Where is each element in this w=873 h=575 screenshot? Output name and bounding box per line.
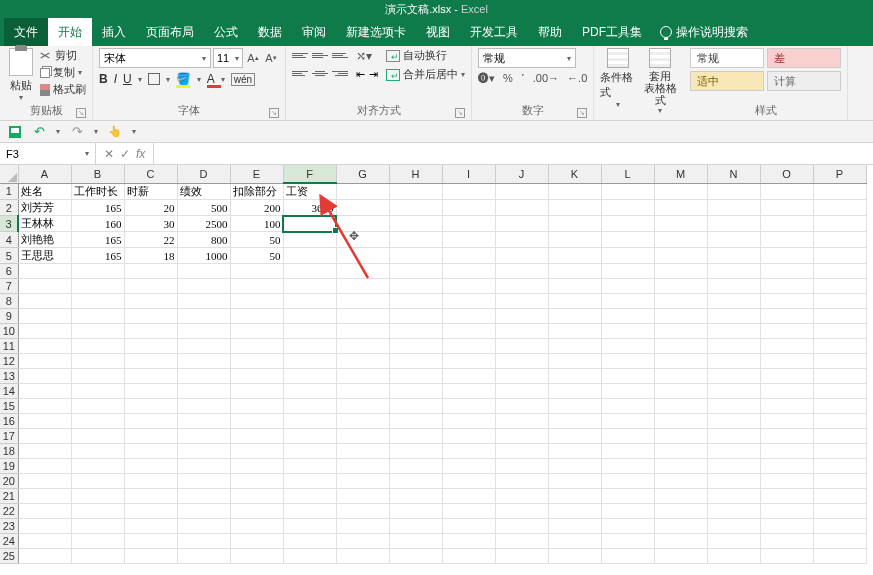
cell[interactable] <box>601 534 654 549</box>
cell[interactable] <box>71 534 124 549</box>
cell[interactable] <box>654 384 707 399</box>
cell[interactable] <box>124 414 177 429</box>
cell[interactable] <box>389 519 442 534</box>
cell[interactable] <box>813 216 866 232</box>
align-center-button[interactable] <box>312 66 328 80</box>
cell[interactable] <box>18 549 71 564</box>
cell[interactable] <box>760 384 813 399</box>
row-header[interactable]: 11 <box>0 339 18 354</box>
cell[interactable] <box>389 369 442 384</box>
cell[interactable] <box>601 474 654 489</box>
dialog-launcher-icon[interactable]: ↘ <box>455 108 465 118</box>
column-header[interactable]: E <box>230 165 283 183</box>
cell[interactable] <box>230 429 283 444</box>
cell[interactable] <box>495 279 548 294</box>
cell[interactable] <box>760 414 813 429</box>
cell[interactable] <box>548 309 601 324</box>
cell[interactable] <box>813 200 866 216</box>
cell[interactable] <box>813 534 866 549</box>
cell[interactable] <box>230 324 283 339</box>
cell[interactable] <box>707 232 760 248</box>
cell[interactable] <box>707 384 760 399</box>
row-header[interactable]: 17 <box>0 429 18 444</box>
cell[interactable] <box>760 294 813 309</box>
cell[interactable]: 姓名 <box>18 183 71 200</box>
cell[interactable] <box>442 264 495 279</box>
cell[interactable] <box>654 248 707 264</box>
cell[interactable]: 50 <box>230 248 283 264</box>
cell[interactable] <box>18 459 71 474</box>
cell[interactable] <box>654 279 707 294</box>
font-color-button[interactable]: A <box>207 72 215 86</box>
cell[interactable] <box>707 534 760 549</box>
cell[interactable] <box>601 200 654 216</box>
cell[interactable] <box>230 444 283 459</box>
cancel-formula-button[interactable]: ✕ <box>104 147 114 161</box>
cell[interactable] <box>654 474 707 489</box>
cell[interactable]: 165 <box>71 248 124 264</box>
cell[interactable] <box>813 324 866 339</box>
worksheet-grid[interactable]: ABCDEFGHIJKLMNOP1姓名工作时长时薪绩效扣除部分工资2刘芳芳165… <box>0 165 873 575</box>
cell[interactable] <box>230 399 283 414</box>
cell[interactable] <box>760 183 813 200</box>
cell[interactable] <box>442 200 495 216</box>
cell[interactable] <box>18 414 71 429</box>
cell[interactable] <box>601 489 654 504</box>
cell[interactable] <box>654 459 707 474</box>
cell[interactable] <box>707 489 760 504</box>
cell[interactable] <box>336 549 389 564</box>
cell[interactable] <box>760 324 813 339</box>
indent-increase-button[interactable]: ⇥ <box>369 68 378 81</box>
cell[interactable] <box>71 339 124 354</box>
cell[interactable] <box>601 232 654 248</box>
row-header[interactable]: 4 <box>0 232 18 248</box>
cell[interactable] <box>389 384 442 399</box>
cell[interactable] <box>813 183 866 200</box>
cell[interactable] <box>336 324 389 339</box>
cell[interactable] <box>601 216 654 232</box>
italic-button[interactable]: I <box>114 72 117 86</box>
cell[interactable] <box>18 309 71 324</box>
cell[interactable] <box>548 384 601 399</box>
row-header[interactable]: 1 <box>0 183 18 200</box>
cell[interactable] <box>389 200 442 216</box>
column-header[interactable]: N <box>707 165 760 183</box>
cell[interactable]: 20 <box>124 200 177 216</box>
cell[interactable] <box>71 429 124 444</box>
cell[interactable] <box>230 459 283 474</box>
accounting-format-button[interactable]: 🄌▾ <box>478 72 495 85</box>
cell[interactable] <box>813 429 866 444</box>
border-button[interactable] <box>148 73 160 85</box>
cell[interactable] <box>442 444 495 459</box>
cell[interactable] <box>124 444 177 459</box>
cell[interactable] <box>442 248 495 264</box>
cell[interactable] <box>495 399 548 414</box>
row-header[interactable]: 5 <box>0 248 18 264</box>
cell[interactable] <box>813 354 866 369</box>
cell[interactable] <box>71 369 124 384</box>
cell[interactable] <box>177 489 230 504</box>
cell[interactable] <box>601 324 654 339</box>
cell[interactable] <box>707 200 760 216</box>
cell[interactable] <box>230 549 283 564</box>
cell[interactable] <box>336 248 389 264</box>
cell[interactable] <box>283 429 336 444</box>
column-header[interactable]: G <box>336 165 389 183</box>
cell[interactable] <box>230 294 283 309</box>
cell[interactable] <box>495 429 548 444</box>
cell[interactable] <box>389 354 442 369</box>
cell[interactable] <box>760 232 813 248</box>
style-good[interactable]: 适中 <box>690 71 764 91</box>
cell[interactable] <box>336 200 389 216</box>
cell[interactable] <box>760 459 813 474</box>
cell[interactable] <box>548 399 601 414</box>
cell[interactable] <box>707 216 760 232</box>
cell[interactable] <box>230 309 283 324</box>
cell[interactable] <box>654 534 707 549</box>
undo-button[interactable] <box>32 125 46 139</box>
cell[interactable] <box>654 339 707 354</box>
decrease-font-button[interactable]: A▾ <box>263 49 279 67</box>
cell[interactable] <box>760 519 813 534</box>
cell[interactable] <box>654 200 707 216</box>
cell[interactable] <box>389 339 442 354</box>
